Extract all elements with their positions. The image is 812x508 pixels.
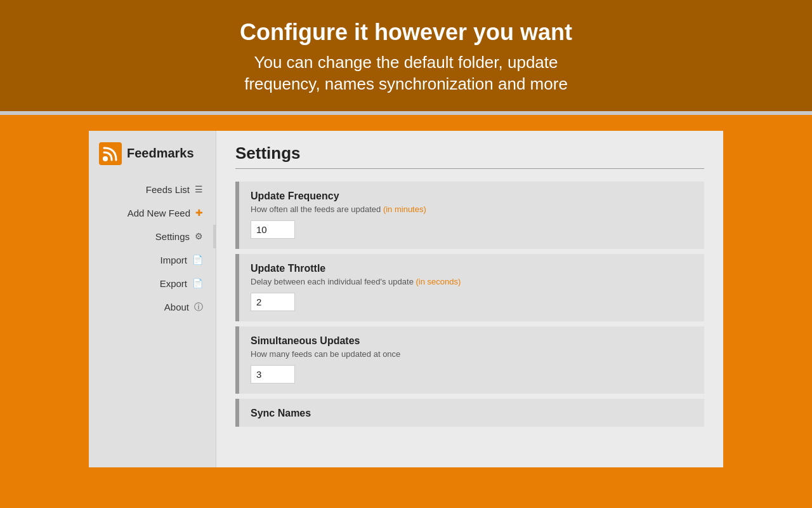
section-body: Simultaneous Updates How many feeds can … <box>239 326 704 394</box>
main-area: Feedmarks Feeds List ☰ Add New Feed ✚ Se… <box>0 115 812 483</box>
settings-section-simultaneous-updates: Simultaneous Updates How many feeds can … <box>235 326 704 394</box>
settings-section-update-throttle: Update Throttle Delay between each indiv… <box>235 254 704 321</box>
sidebar-item-export[interactable]: Export 📄 <box>89 272 216 295</box>
app-name: Feedmarks <box>127 146 194 161</box>
simultaneous-updates-input[interactable] <box>251 365 295 384</box>
section-title: Update Frequency <box>251 190 693 202</box>
app-logo: Feedmarks <box>89 137 216 178</box>
section-title: Update Throttle <box>251 263 693 274</box>
rss-icon <box>99 142 122 165</box>
title-divider <box>235 168 704 169</box>
sidebar-item-label: Feeds List <box>146 184 190 195</box>
section-body: Update Frequency How often all the feeds… <box>239 182 704 249</box>
header-banner: Configure it however you want You can ch… <box>0 0 812 111</box>
section-title: Sync Names <box>251 408 693 419</box>
header-subtitle: You can change the default folder, updat… <box>13 52 799 95</box>
info-icon: ⓘ <box>194 302 203 313</box>
app-window: Feedmarks Feeds List ☰ Add New Feed ✚ Se… <box>89 131 723 467</box>
section-desc: How often all the feeds are updated (in … <box>251 204 693 214</box>
settings-section-update-frequency: Update Frequency How often all the feeds… <box>235 182 704 249</box>
import-file-icon: 📄 <box>192 255 203 265</box>
export-file-icon: 📄 <box>192 278 203 288</box>
header-title: Configure it however you want <box>13 19 799 46</box>
gear-icon: ⚙ <box>195 231 203 241</box>
desc-highlight: (in minutes) <box>383 204 426 214</box>
svg-point-1 <box>103 156 108 161</box>
sidebar-item-label: About <box>164 302 189 312</box>
plus-circle-icon: ✚ <box>195 208 203 218</box>
sidebar-item-label: Export <box>160 278 187 289</box>
sidebar-item-settings[interactable]: Settings ⚙ <box>89 225 216 248</box>
update-frequency-input[interactable] <box>251 220 295 239</box>
sidebar-item-add-new-feed[interactable]: Add New Feed ✚ <box>89 201 216 225</box>
sidebar-item-label: Settings <box>155 231 190 242</box>
section-desc: How many feeds can be updated at once <box>251 349 693 359</box>
sidebar-item-label: Import <box>160 255 187 265</box>
sidebar: Feedmarks Feeds List ☰ Add New Feed ✚ Se… <box>89 131 216 467</box>
sidebar-item-label: Add New Feed <box>128 208 190 218</box>
page-title: Settings <box>235 144 704 163</box>
settings-section-sync-names: Sync Names <box>235 399 704 427</box>
sidebar-item-import[interactable]: Import 📄 <box>89 248 216 272</box>
section-desc: Delay between each individual feed's upd… <box>251 277 693 286</box>
content-area: Settings Update Frequency How often all … <box>216 131 723 467</box>
desc-highlight: (in seconds) <box>416 277 461 286</box>
list-icon: ☰ <box>195 184 203 194</box>
sidebar-item-about[interactable]: About ⓘ <box>89 295 216 319</box>
section-title: Simultaneous Updates <box>251 335 693 347</box>
section-body: Update Throttle Delay between each indiv… <box>239 254 704 321</box>
section-body: Sync Names <box>239 399 704 427</box>
sidebar-item-feeds-list[interactable]: Feeds List ☰ <box>89 178 216 201</box>
update-throttle-input[interactable] <box>251 293 295 311</box>
